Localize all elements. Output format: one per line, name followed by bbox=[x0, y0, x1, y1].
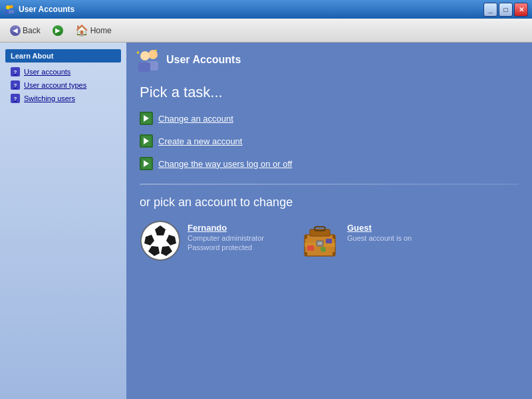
svg-rect-24 bbox=[326, 239, 332, 243]
close-button[interactable]: ✕ bbox=[514, 3, 528, 17]
account-item-guest[interactable]: Guest Guest account is on bbox=[299, 220, 446, 261]
task-arrow-1 bbox=[140, 112, 153, 125]
back-arrow-icon: ◀ bbox=[10, 25, 21, 36]
sidebar-label-user-accounts: User accounts bbox=[24, 68, 70, 76]
content-area: ✦ ✦ User Accounts Pick a task... Change … bbox=[126, 43, 532, 399]
guest-info: Guest Guest account is on bbox=[347, 223, 412, 242]
svg-rect-26 bbox=[305, 235, 307, 239]
question-icon-1: ? bbox=[11, 67, 20, 76]
content-body: Pick a task... Change an account Create … bbox=[126, 77, 532, 268]
title-bar: User Accounts _ □ ✕ bbox=[0, 0, 532, 19]
question-icon-3: ? bbox=[11, 94, 20, 103]
sidebar-item-user-account-types[interactable]: ? User account types bbox=[5, 78, 121, 92]
svg-rect-3 bbox=[9, 10, 14, 13]
home-button[interactable]: 🏠 Home bbox=[70, 21, 116, 39]
task-label-change-account: Change an account bbox=[158, 114, 233, 124]
question-icon-2: ? bbox=[11, 80, 20, 90]
account-item-fernando[interactable]: Fernando Computer administrator Password… bbox=[140, 220, 286, 261]
guest-avatar bbox=[299, 220, 340, 261]
fernando-info: Fernando Computer administrator Password… bbox=[188, 223, 264, 251]
title-bar-buttons: _ □ ✕ bbox=[483, 3, 528, 17]
minimize-button[interactable]: _ bbox=[483, 3, 497, 17]
task-list: Change an account Create a new account C… bbox=[140, 112, 519, 170]
svg-text:✦: ✦ bbox=[154, 49, 158, 53]
home-label: Home bbox=[90, 26, 112, 35]
fernando-name: Fernando bbox=[188, 223, 264, 233]
pick-account-heading: or pick an account to change bbox=[140, 196, 519, 209]
sidebar: Learn About ? User accounts ? User accou… bbox=[0, 43, 126, 399]
maximize-button[interactable]: □ bbox=[499, 3, 513, 17]
svg-rect-23 bbox=[307, 245, 314, 251]
svg-rect-29 bbox=[332, 252, 335, 256]
pick-task-heading: Pick a task... bbox=[140, 84, 519, 101]
task-item-logon-options[interactable]: Change the way users log on or off bbox=[140, 157, 519, 170]
guest-detail1: Guest account is on bbox=[347, 234, 412, 242]
fernando-detail2: Password protected bbox=[188, 243, 264, 251]
content-divider bbox=[140, 184, 519, 185]
back-label: Back bbox=[23, 26, 41, 35]
task-label-logon-options: Change the way users log on or off bbox=[158, 159, 292, 169]
title-bar-icon bbox=[4, 4, 15, 15]
content-header: ✦ ✦ User Accounts bbox=[126, 43, 532, 77]
forward-arrow-icon: ▶ bbox=[53, 25, 63, 36]
task-arrow-3 bbox=[140, 157, 153, 170]
home-icon: 🏠 bbox=[75, 24, 88, 37]
guest-name: Guest bbox=[347, 223, 412, 233]
sidebar-label-switching-users: Switching users bbox=[24, 94, 75, 102]
sidebar-section-title: Learn About bbox=[5, 49, 121, 63]
main-container: Learn About ? User accounts ? User accou… bbox=[0, 43, 532, 399]
svg-rect-7 bbox=[138, 63, 150, 72]
forward-button[interactable]: ▶ bbox=[48, 23, 68, 39]
title-bar-title: User Accounts bbox=[19, 5, 483, 14]
svg-text:✦: ✦ bbox=[136, 50, 140, 56]
accounts-list: Fernando Computer administrator Password… bbox=[140, 220, 519, 261]
fernando-avatar bbox=[140, 220, 181, 261]
svg-point-6 bbox=[140, 51, 150, 61]
sidebar-label-user-account-types: User account types bbox=[24, 81, 86, 89]
svg-point-1 bbox=[10, 5, 13, 9]
svg-rect-19 bbox=[315, 227, 325, 231]
task-item-change-account[interactable]: Change an account bbox=[140, 112, 519, 125]
users-header-icon: ✦ ✦ bbox=[134, 48, 161, 72]
sidebar-item-user-accounts[interactable]: ? User accounts bbox=[5, 65, 121, 78]
svg-rect-22 bbox=[318, 242, 322, 245]
svg-rect-28 bbox=[305, 252, 307, 256]
toolbar: ◀ Back ▶ 🏠 Home bbox=[0, 19, 532, 43]
content-header-title: User Accounts bbox=[166, 54, 241, 66]
svg-point-25 bbox=[321, 247, 326, 252]
fernando-detail1: Computer administrator bbox=[188, 234, 264, 242]
svg-point-0 bbox=[6, 5, 10, 9]
task-item-create-account[interactable]: Create a new account bbox=[140, 134, 519, 148]
svg-rect-27 bbox=[332, 235, 335, 239]
task-label-create-account: Create a new account bbox=[158, 136, 242, 146]
task-arrow-2 bbox=[140, 134, 153, 148]
back-button[interactable]: ◀ Back bbox=[5, 23, 45, 39]
sidebar-item-switching-users[interactable]: ? Switching users bbox=[5, 92, 121, 105]
